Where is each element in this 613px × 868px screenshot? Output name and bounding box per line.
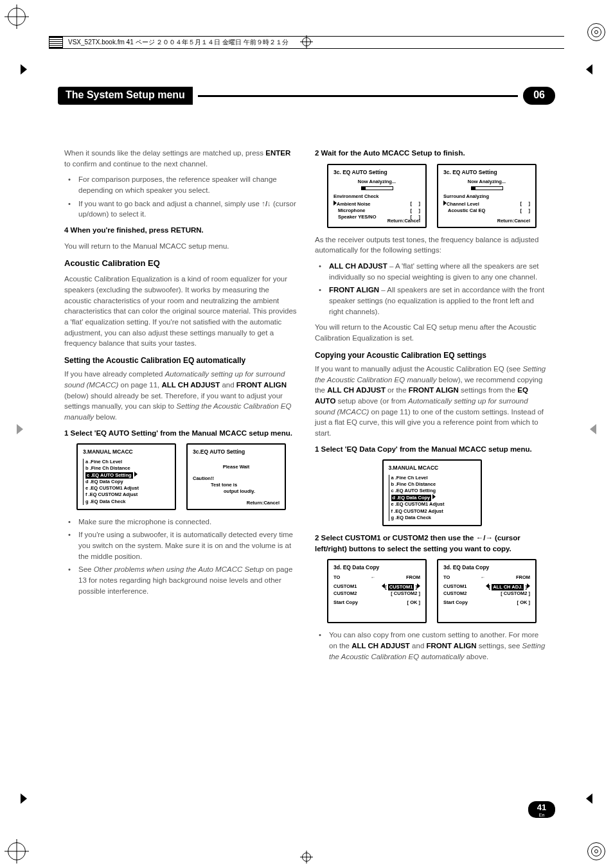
list-item: If you want to go back and adjust a chan… [73,199,298,220]
crop-tri [586,64,592,75]
left-right-icon: ←/→ [476,534,493,542]
left-column: When it sounds like the delay settings a… [64,148,298,791]
para: As the receiver outputs test tones, the … [315,235,549,256]
crop-tri [590,424,596,434]
step-heading: 2 Wait for the Auto MCACC Setup to finis… [315,148,549,159]
para: You will return to the Manual MCACC setu… [64,241,298,252]
crop-mark-bot [302,851,311,862]
para: Acoustic Calibration Equalization is a k… [64,274,298,349]
title-rule [198,95,518,97]
crop-tri [21,793,27,804]
reg-mark-br [587,842,605,860]
list-item: ALL CH ADJUST – A 'flat' setting where a… [324,261,549,282]
osd-screen: 3.MANUAL MCACC a .Fine Ch Level b .Fine … [76,443,176,509]
right-arrow-icon [432,494,436,499]
step-heading: 4 When you're finished, press RETURN. [64,225,298,236]
list-item: FRONT ALIGN – All speakers are set in ac… [324,285,549,317]
reg-mark-tl [8,8,26,26]
list-item: See Other problems when using the Auto M… [73,564,298,596]
right-column: 2 Wait for the Auto MCACC Setup to finis… [315,148,549,791]
crop-tri [586,793,592,804]
reg-mark-tr [587,23,605,41]
step-heading: 1 Select 'EQ Data Copy' from the Manual … [315,444,549,455]
title-bar: The System Setup menu 06 [58,87,555,105]
right-arrow-icon [527,583,530,589]
step-heading: 2 Select CUSTOM1 or CUSTOM2 then use the… [315,533,549,554]
right-arrow-icon [417,583,420,589]
list-item: Make sure the microphone is connected. [73,517,298,527]
crop-tri [21,64,27,75]
print-header: VSX_52TX.book.fm 41 ページ ２００４年５月１４日 金曜日 午… [49,36,564,49]
list-item: For comparison purposes, the reference s… [73,174,298,195]
right-arrow-icon [134,472,138,477]
print-header-text: VSX_52TX.book.fm 41 ページ ２００４年５月１４日 金曜日 午… [68,38,289,47]
book-icon [49,37,63,48]
osd-screen: 3c.EQ AUTO Setting Please Wait Caution!!… [186,443,286,509]
para: If you want to manually adjust the Acous… [315,364,549,439]
osd-screen: 3d. EQ Data Copy TO←FROM CUSTOM1 [ ALL C… [437,559,537,623]
para: You will return to the Acoustic Cal EQ s… [315,322,549,343]
subheading: Copying your Acoustic Calibration EQ set… [315,350,549,361]
osd-screen: 3c. EQ AUTO Setting Now Analyzing... Sur… [437,164,537,228]
step-heading: 1 Select 'EQ AUTO Setting' from the Manu… [64,428,298,439]
page-number: 41 [537,802,546,812]
chapter-badge: 06 [523,87,555,105]
reg-mark-bl [8,842,26,860]
page-title: The System Setup menu [58,87,193,105]
subheading: Setting the Acoustic Calibration EQ auto… [64,355,298,366]
osd-screen: 3.MANUAL MCACC a .Fine Ch Level b .Fine … [382,459,482,526]
heading: Acoustic Calibration EQ [64,258,298,270]
list-item: If you're using a subwoofer, it is autom… [73,529,298,562]
para: When it sounds like the delay settings a… [64,148,298,169]
page-body: When it sounds like the delay settings a… [64,148,549,791]
osd-screen: 3d. EQ Data Copy TO←FROM CUSTOM1 [ CUSTO… [327,559,427,623]
left-arrow-icon [486,583,489,589]
crop-tri [17,424,23,434]
left-arrow-icon [382,583,385,589]
para: If you have already completed Automatica… [64,369,298,422]
page-lang: En [528,813,555,817]
page-number-badge: 41 En [528,801,555,818]
list-item: You can also copy from one custom settin… [324,630,549,662]
osd-screen: 3c. EQ AUTO Setting Now Analyzing... Env… [327,164,427,228]
up-down-icon: ↑/↓ [262,200,271,208]
